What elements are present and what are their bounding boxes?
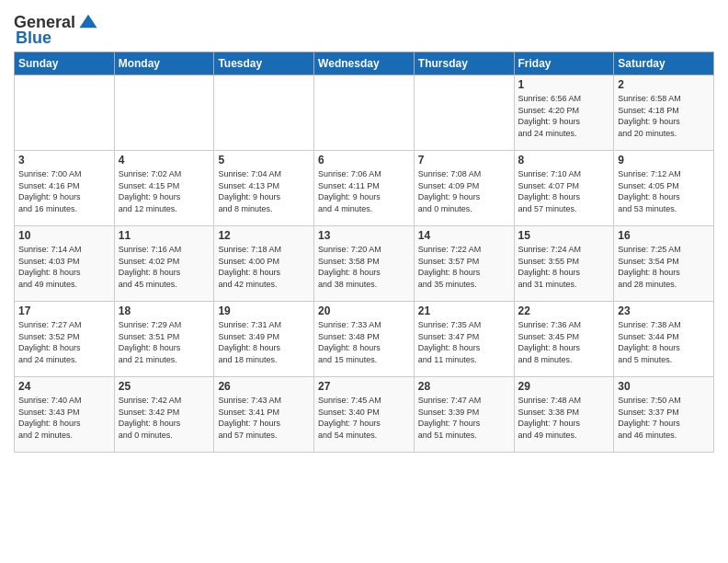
calendar-cell xyxy=(314,75,415,151)
day-info: Sunrise: 7:00 AM Sunset: 4:16 PM Dayligh… xyxy=(18,168,110,214)
week-row-5: 24Sunrise: 7:40 AM Sunset: 3:43 PM Dayli… xyxy=(15,377,714,453)
column-header-friday: Friday xyxy=(514,52,614,75)
day-number: 26 xyxy=(218,380,310,393)
calendar-cell: 18Sunrise: 7:29 AM Sunset: 3:51 PM Dayli… xyxy=(114,302,214,377)
day-info: Sunrise: 7:38 AM Sunset: 3:44 PM Dayligh… xyxy=(618,319,710,365)
day-number: 19 xyxy=(218,304,310,317)
calendar-cell xyxy=(214,75,314,151)
calendar-cell: 20Sunrise: 7:33 AM Sunset: 3:48 PM Dayli… xyxy=(314,302,415,377)
calendar-cell: 23Sunrise: 7:38 AM Sunset: 3:44 PM Dayli… xyxy=(614,302,714,377)
day-info: Sunrise: 7:31 AM Sunset: 3:49 PM Dayligh… xyxy=(218,319,310,365)
calendar-cell: 30Sunrise: 7:50 AM Sunset: 3:37 PM Dayli… xyxy=(614,377,714,453)
calendar-cell: 22Sunrise: 7:36 AM Sunset: 3:45 PM Dayli… xyxy=(514,302,614,377)
calendar-cell: 2Sunrise: 6:58 AM Sunset: 4:18 PM Daylig… xyxy=(614,75,714,151)
calendar-cell: 10Sunrise: 7:14 AM Sunset: 4:03 PM Dayli… xyxy=(15,226,115,302)
calendar-cell: 1Sunrise: 6:56 AM Sunset: 4:20 PM Daylig… xyxy=(514,75,614,151)
day-info: Sunrise: 6:56 AM Sunset: 4:20 PM Dayligh… xyxy=(518,93,610,139)
calendar-cell: 19Sunrise: 7:31 AM Sunset: 3:49 PM Dayli… xyxy=(214,302,314,377)
day-number: 23 xyxy=(618,304,710,317)
day-info: Sunrise: 7:35 AM Sunset: 3:47 PM Dayligh… xyxy=(418,319,510,365)
day-number: 8 xyxy=(518,154,610,167)
day-info: Sunrise: 7:50 AM Sunset: 3:37 PM Dayligh… xyxy=(618,395,710,441)
day-number: 5 xyxy=(218,154,310,167)
calendar-cell: 29Sunrise: 7:48 AM Sunset: 3:38 PM Dayli… xyxy=(514,377,614,453)
day-info: Sunrise: 7:48 AM Sunset: 3:38 PM Dayligh… xyxy=(518,395,610,441)
day-number: 16 xyxy=(618,229,710,242)
day-info: Sunrise: 7:40 AM Sunset: 3:43 PM Dayligh… xyxy=(18,395,110,441)
calendar-cell: 27Sunrise: 7:45 AM Sunset: 3:40 PM Dayli… xyxy=(314,377,415,453)
day-number: 2 xyxy=(618,78,710,91)
day-info: Sunrise: 7:33 AM Sunset: 3:48 PM Dayligh… xyxy=(318,319,410,365)
column-header-saturday: Saturday xyxy=(614,52,714,75)
calendar-cell: 26Sunrise: 7:43 AM Sunset: 3:41 PM Dayli… xyxy=(214,377,314,453)
week-row-4: 17Sunrise: 7:27 AM Sunset: 3:52 PM Dayli… xyxy=(15,302,714,377)
logo-blue-text: Blue xyxy=(16,29,51,48)
day-number: 24 xyxy=(18,380,110,393)
calendar-cell: 8Sunrise: 7:10 AM Sunset: 4:07 PM Daylig… xyxy=(514,151,614,226)
day-number: 22 xyxy=(518,304,610,317)
calendar-cell: 7Sunrise: 7:08 AM Sunset: 4:09 PM Daylig… xyxy=(414,151,514,226)
calendar-table: SundayMondayTuesdayWednesdayThursdayFrid… xyxy=(14,52,714,453)
logo-icon xyxy=(78,11,98,31)
day-info: Sunrise: 7:47 AM Sunset: 3:39 PM Dayligh… xyxy=(418,395,510,441)
day-info: Sunrise: 7:10 AM Sunset: 4:07 PM Dayligh… xyxy=(518,168,610,214)
day-info: Sunrise: 7:25 AM Sunset: 3:54 PM Dayligh… xyxy=(618,244,710,290)
day-number: 17 xyxy=(18,304,110,317)
header-row: SundayMondayTuesdayWednesdayThursdayFrid… xyxy=(15,52,714,75)
day-number: 4 xyxy=(119,154,210,167)
day-number: 3 xyxy=(18,154,110,167)
calendar-cell xyxy=(114,75,214,151)
calendar-cell: 14Sunrise: 7:22 AM Sunset: 3:57 PM Dayli… xyxy=(414,226,514,302)
logo: General Blue xyxy=(14,13,98,48)
calendar-cell: 3Sunrise: 7:00 AM Sunset: 4:16 PM Daylig… xyxy=(15,151,115,226)
day-number: 14 xyxy=(418,229,510,242)
day-info: Sunrise: 7:16 AM Sunset: 4:02 PM Dayligh… xyxy=(119,244,210,290)
day-info: Sunrise: 7:24 AM Sunset: 3:55 PM Dayligh… xyxy=(518,244,610,290)
day-number: 21 xyxy=(418,304,510,317)
svg-marker-0 xyxy=(80,14,97,28)
day-info: Sunrise: 7:08 AM Sunset: 4:09 PM Dayligh… xyxy=(418,168,510,214)
day-info: Sunrise: 7:43 AM Sunset: 3:41 PM Dayligh… xyxy=(218,395,310,441)
day-number: 6 xyxy=(318,154,410,167)
calendar-cell xyxy=(414,75,514,151)
day-info: Sunrise: 7:14 AM Sunset: 4:03 PM Dayligh… xyxy=(18,244,110,290)
page-container: General Blue SundayMondayTuesdayWednesda… xyxy=(0,0,728,457)
day-number: 9 xyxy=(618,154,710,167)
day-info: Sunrise: 7:42 AM Sunset: 3:42 PM Dayligh… xyxy=(119,395,210,441)
day-number: 1 xyxy=(518,78,610,91)
calendar-cell xyxy=(15,75,115,151)
day-number: 18 xyxy=(119,304,210,317)
calendar-cell: 5Sunrise: 7:04 AM Sunset: 4:13 PM Daylig… xyxy=(214,151,314,226)
day-number: 12 xyxy=(218,229,310,242)
day-number: 15 xyxy=(518,229,610,242)
week-row-1: 1Sunrise: 6:56 AM Sunset: 4:20 PM Daylig… xyxy=(15,75,714,151)
day-info: Sunrise: 7:29 AM Sunset: 3:51 PM Dayligh… xyxy=(119,319,210,365)
day-number: 27 xyxy=(318,380,410,393)
calendar-cell: 17Sunrise: 7:27 AM Sunset: 3:52 PM Dayli… xyxy=(15,302,115,377)
calendar-cell: 9Sunrise: 7:12 AM Sunset: 4:05 PM Daylig… xyxy=(614,151,714,226)
day-info: Sunrise: 7:45 AM Sunset: 3:40 PM Dayligh… xyxy=(318,395,410,441)
day-number: 7 xyxy=(418,154,510,167)
column-header-wednesday: Wednesday xyxy=(314,52,415,75)
column-header-thursday: Thursday xyxy=(414,52,514,75)
day-info: Sunrise: 7:04 AM Sunset: 4:13 PM Dayligh… xyxy=(218,168,310,214)
day-number: 28 xyxy=(418,380,510,393)
calendar-cell: 24Sunrise: 7:40 AM Sunset: 3:43 PM Dayli… xyxy=(15,377,115,453)
day-info: Sunrise: 7:27 AM Sunset: 3:52 PM Dayligh… xyxy=(18,319,110,365)
calendar-cell: 21Sunrise: 7:35 AM Sunset: 3:47 PM Dayli… xyxy=(414,302,514,377)
day-info: Sunrise: 7:18 AM Sunset: 4:00 PM Dayligh… xyxy=(218,244,310,290)
calendar-cell: 25Sunrise: 7:42 AM Sunset: 3:42 PM Dayli… xyxy=(114,377,214,453)
day-info: Sunrise: 7:22 AM Sunset: 3:57 PM Dayligh… xyxy=(418,244,510,290)
calendar-cell: 13Sunrise: 7:20 AM Sunset: 3:58 PM Dayli… xyxy=(314,226,415,302)
day-info: Sunrise: 7:20 AM Sunset: 3:58 PM Dayligh… xyxy=(318,244,410,290)
day-number: 30 xyxy=(618,380,710,393)
day-info: Sunrise: 7:36 AM Sunset: 3:45 PM Dayligh… xyxy=(518,319,610,365)
calendar-cell: 4Sunrise: 7:02 AM Sunset: 4:15 PM Daylig… xyxy=(114,151,214,226)
column-header-monday: Monday xyxy=(114,52,214,75)
day-number: 11 xyxy=(119,229,210,242)
day-number: 13 xyxy=(318,229,410,242)
day-number: 25 xyxy=(119,380,210,393)
week-row-2: 3Sunrise: 7:00 AM Sunset: 4:16 PM Daylig… xyxy=(15,151,714,226)
column-header-tuesday: Tuesday xyxy=(214,52,314,75)
day-number: 10 xyxy=(18,229,110,242)
